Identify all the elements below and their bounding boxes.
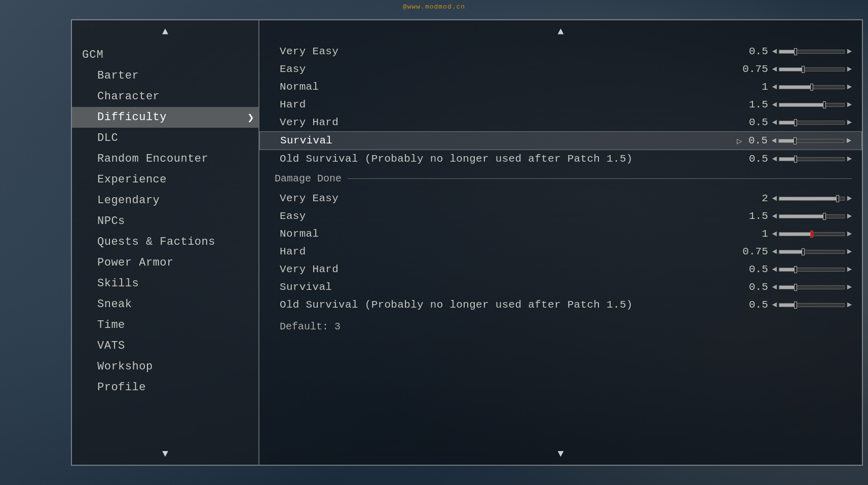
slider-left-arrow-icon[interactable]: ◄: [772, 136, 777, 145]
sidebar-item-quests-factions[interactable]: Quests & Factions: [72, 232, 258, 252]
setting-row-old-survival-2[interactable]: Old Survival (Probably no longer used af…: [259, 296, 862, 314]
left-panel: ▲ GCM BarterCharacterDifficulty❯DLCRando…: [72, 20, 259, 465]
slider-track[interactable]: [779, 197, 845, 201]
sidebar-item-legendary[interactable]: Legendary: [72, 190, 258, 211]
slider-thumb: [836, 195, 839, 202]
right-content: Very Easy0.5◄►Easy0.75◄►Normal1◄►Hard1.5…: [259, 43, 862, 442]
slider-right-arrow-icon[interactable]: ►: [847, 283, 852, 292]
setting-row-very-hard-1[interactable]: Very Hard0.5◄►: [259, 114, 862, 131]
slider-right-arrow-icon[interactable]: ►: [847, 301, 852, 310]
setting-value: 0.5: [743, 281, 768, 293]
sidebar-item-label: Barter: [97, 69, 139, 82]
slider-track[interactable]: [779, 67, 845, 71]
setting-row-very-hard-2[interactable]: Very Hard0.5◄►: [259, 260, 862, 278]
sidebar-item-npcs[interactable]: NPCs: [72, 211, 258, 232]
slider-right-arrow-icon[interactable]: ►: [846, 136, 851, 145]
slider-right-arrow-icon[interactable]: ►: [847, 47, 852, 56]
sidebar-item-label: Experience: [97, 173, 167, 186]
setting-row-very-easy-1[interactable]: Very Easy0.5◄►: [259, 43, 862, 60]
setting-label: Very Hard: [280, 264, 743, 275]
slider-fill: [779, 250, 803, 253]
slider-track[interactable]: [778, 139, 844, 143]
slider-right-arrow-icon[interactable]: ►: [847, 265, 852, 274]
slider-left-arrow-icon[interactable]: ◄: [772, 100, 777, 109]
slider-right-arrow-icon[interactable]: ►: [847, 65, 852, 74]
slider-left-arrow-icon[interactable]: ◄: [772, 247, 777, 256]
slider-left-arrow-icon[interactable]: ◄: [772, 118, 777, 127]
setting-value: 1: [743, 228, 768, 240]
setting-row-easy-1[interactable]: Easy0.75◄►: [259, 60, 862, 78]
setting-value: 0.75: [742, 246, 768, 257]
slider-left-arrow-icon[interactable]: ◄: [772, 283, 777, 292]
scroll-up-right[interactable]: ▲: [259, 20, 862, 43]
sidebar-item-skills[interactable]: Skills: [72, 273, 258, 294]
slider-track[interactable]: [779, 103, 845, 107]
sidebar-item-difficulty[interactable]: Difficulty❯: [72, 107, 258, 128]
slider-right-arrow-icon[interactable]: ►: [847, 194, 852, 203]
sidebar-item-barter[interactable]: Barter: [72, 65, 258, 86]
slider-right-arrow-icon[interactable]: ►: [847, 247, 852, 256]
slider-left-arrow-icon[interactable]: ◄: [772, 230, 777, 239]
slider-track[interactable]: [779, 50, 845, 54]
slider-right-arrow-icon[interactable]: ►: [847, 155, 852, 164]
setting-label: Normal: [280, 81, 743, 93]
slider-track[interactable]: [779, 250, 845, 254]
scroll-up-left[interactable]: ▲: [72, 20, 258, 43]
sidebar-item-vats[interactable]: VATS: [72, 335, 258, 356]
setting-row-survival-1[interactable]: Survival▷0.5◄►: [259, 131, 862, 150]
sidebar-item-experience[interactable]: Experience: [72, 169, 258, 190]
sidebar-item-sneak[interactable]: Sneak: [72, 294, 258, 315]
slider-left-arrow-icon[interactable]: ◄: [772, 194, 777, 203]
slider-left-arrow-icon[interactable]: ◄: [772, 212, 777, 221]
sidebar-item-dlc[interactable]: DLC: [72, 128, 258, 148]
slider-left-arrow-icon[interactable]: ◄: [772, 83, 777, 92]
slider-right-arrow-icon[interactable]: ►: [847, 230, 852, 239]
default-value-text: Default: 3: [259, 314, 862, 337]
setting-label: Old Survival (Probably no longer used af…: [280, 299, 743, 311]
slider-right-arrow-icon[interactable]: ►: [847, 83, 852, 92]
sidebar-item-label: Legendary: [97, 194, 160, 207]
setting-row-hard-2[interactable]: Hard0.75◄►: [259, 243, 862, 260]
slider-left-arrow-icon[interactable]: ◄: [772, 47, 777, 56]
slider-track[interactable]: [779, 85, 845, 89]
setting-row-old-survival-1[interactable]: Old Survival (Probably no longer used af…: [259, 150, 862, 168]
slider-track[interactable]: [779, 285, 845, 289]
slider-track[interactable]: [779, 157, 845, 161]
slider-left-arrow-icon[interactable]: ◄: [772, 65, 777, 74]
slider-thumb: [802, 248, 805, 255]
slider-left-arrow-icon[interactable]: ◄: [772, 155, 777, 164]
setting-value: 2: [743, 193, 768, 204]
setting-row-survival-2[interactable]: Survival0.5◄►: [259, 278, 862, 296]
setting-label: Very Easy: [280, 193, 743, 204]
sidebar-item-time[interactable]: Time: [72, 315, 258, 335]
sidebar-item-character[interactable]: Character: [72, 86, 258, 107]
slider-thumb: [794, 119, 797, 126]
slider-right-arrow-icon[interactable]: ►: [847, 100, 852, 109]
setting-row-easy-2[interactable]: Easy1.5◄►: [259, 207, 862, 225]
slider-track[interactable]: [779, 232, 845, 236]
slider-track[interactable]: [779, 303, 845, 307]
setting-label: Easy: [280, 210, 743, 222]
slider-track[interactable]: [779, 121, 845, 125]
slider-right-arrow-icon[interactable]: ►: [847, 212, 852, 221]
scroll-down-right[interactable]: ▼: [259, 442, 862, 465]
sidebar-item-power-armor[interactable]: Power Armor: [72, 252, 258, 273]
sidebar-item-workshop[interactable]: Workshop: [72, 356, 258, 377]
slider-left-arrow-icon[interactable]: ◄: [772, 301, 777, 310]
sidebar-item-label: Profile: [97, 381, 146, 394]
slider-right-arrow-icon[interactable]: ►: [847, 118, 852, 127]
setting-row-normal-2[interactable]: Normal1◄►: [259, 225, 862, 243]
slider-track[interactable]: [779, 214, 845, 218]
right-panel: ▲ Very Easy0.5◄►Easy0.75◄►Normal1◄►Hard1…: [259, 20, 862, 465]
setting-row-hard-1[interactable]: Hard1.5◄►: [259, 96, 862, 114]
sidebar-item-random-encounter[interactable]: Random Encounter: [72, 148, 258, 169]
setting-row-very-easy-2[interactable]: Very Easy2◄►: [259, 190, 862, 207]
setting-row-normal-1[interactable]: Normal1◄►: [259, 78, 862, 96]
sidebar-item-label: Quests & Factions: [97, 236, 215, 248]
slider-track[interactable]: [779, 268, 845, 272]
scroll-down-left[interactable]: ▼: [72, 442, 258, 465]
slider-left-arrow-icon[interactable]: ◄: [772, 265, 777, 274]
slider-fill: [779, 68, 803, 71]
setting-label: Very Easy: [280, 46, 743, 57]
sidebar-item-profile[interactable]: Profile: [72, 377, 258, 398]
